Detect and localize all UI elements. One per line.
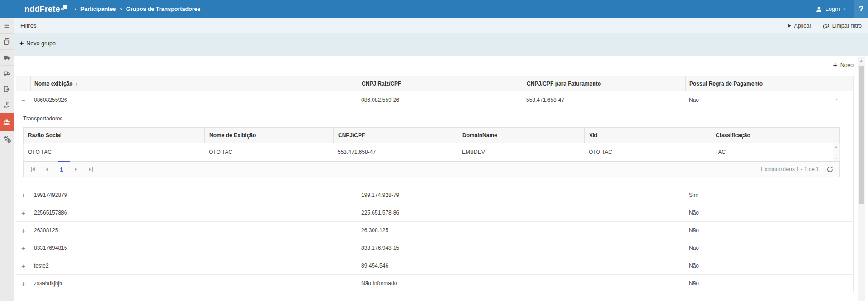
cell-nome-exibicao: teste2 — [30, 263, 358, 269]
scroll-down-icon[interactable]: ▼ — [835, 157, 838, 160]
breadcrumb-chevron-icon: › — [120, 5, 122, 12]
expand-icon[interactable]: + — [16, 192, 30, 199]
apply-filter-button[interactable]: Aplicar — [788, 23, 811, 29]
subcell-classificacao: TAC — [711, 149, 833, 155]
help-icon: ? — [859, 5, 863, 14]
app-root: nddFrete › Participantes › Grupos de Tra… — [0, 0, 868, 301]
subcell-domainname: EMBDEV — [458, 149, 584, 155]
table-row[interactable]: + zssahdkjhjh Não Informado Não — [16, 275, 853, 292]
table-row[interactable]: + teste2 89.454.546 Não — [16, 257, 853, 275]
sidebar-item-truck[interactable] — [0, 50, 14, 66]
hamburger-menu-icon — [3, 22, 11, 30]
cell-cnpj-raiz: 086.082.559-26 — [358, 97, 523, 103]
vertical-scrollbar[interactable]: ▲ — [858, 57, 865, 301]
subcolumn-label: DomainName — [462, 132, 497, 139]
table-row[interactable]: + 22565157886 225.651.578-86 Não — [16, 204, 853, 222]
sidebar-item-document-export[interactable] — [0, 81, 14, 97]
cell-nome-exibicao: 26308125 — [30, 227, 358, 234]
sidebar-item-menu[interactable] — [0, 18, 14, 34]
table-row[interactable]: − 08608255926 086.082.559-26 553.471.658… — [16, 91, 853, 109]
cell-cnpj-faturamento: 553.471.658-47 — [523, 97, 685, 103]
topbar-right: Login ∨ ? — [807, 0, 868, 18]
sidebar-item-documents[interactable] — [0, 34, 14, 50]
grid-scroll-up-icon[interactable]: ▲ — [833, 97, 840, 101]
login-label: Login — [826, 5, 840, 12]
selected-page-indicator — [58, 161, 70, 162]
subcell-nome-exibicao: OTO TAC — [204, 149, 333, 155]
expand-icon[interactable]: + — [16, 227, 30, 234]
expand-icon[interactable]: + — [16, 280, 30, 287]
subcolumn-classificacao[interactable]: Classificação — [711, 128, 833, 143]
help-button[interactable]: ? — [854, 0, 868, 18]
play-icon — [788, 24, 791, 28]
pager-status: Exibindo itens 1 - 1 de 1 — [761, 166, 839, 173]
plus-icon: + — [833, 62, 837, 68]
expand-icon[interactable]: + — [16, 210, 30, 216]
ndd-logo-mark-icon — [61, 5, 68, 12]
subcolumn-label: Classificação — [716, 132, 750, 139]
chevron-down-icon: ∨ — [843, 7, 846, 11]
document-export-icon — [3, 85, 11, 93]
sidebar-item-payment[interactable] — [0, 97, 14, 113]
subgrid-row[interactable]: OTO TAC OTO TAC 553.471.658-47 EMBDEV OT… — [24, 143, 833, 161]
expand-icon[interactable]: + — [16, 245, 30, 252]
column-header-cnpj-raiz[interactable]: CNPJ Raiz/CPF — [358, 76, 523, 91]
refresh-icon[interactable] — [826, 166, 834, 173]
apply-filter-label: Aplicar — [794, 23, 811, 29]
filters-title: Filtros — [20, 22, 36, 29]
subcell-xid: OTO TAC — [584, 149, 711, 155]
cell-cnpj-raiz: 199.174.928-79 — [358, 192, 523, 198]
subcolumn-nome-exibicao[interactable]: Nome de Exibição — [204, 128, 333, 143]
sidebar-item-truck-delivery[interactable] — [0, 66, 14, 81]
column-header-possui-regra[interactable]: Possui Regra de Pagamento — [685, 76, 853, 91]
clear-filter-button[interactable]: Limpar filtro — [822, 23, 862, 29]
page-number[interactable]: 1 — [54, 166, 69, 173]
login-button[interactable]: Login ∨ — [807, 0, 854, 18]
cell-nome-exibicao: 19917492879 — [30, 192, 358, 198]
subcell-cnpj-cpf: 553.471.658-47 — [333, 149, 458, 155]
delivery-truck-icon — [3, 69, 11, 77]
column-header-label: Nome exibição — [34, 81, 73, 87]
subcolumn-cnpj-cpf[interactable]: CNPJ/CPF — [333, 128, 458, 143]
top-bar: nddFrete › Participantes › Grupos de Tra… — [0, 0, 868, 18]
scroll-up-icon[interactable]: ▲ — [835, 145, 838, 148]
subcolumn-xid[interactable]: Xid — [584, 128, 711, 143]
subgrid-pager: 1 Exibindo itens 1 - 1 de 1 — [23, 161, 840, 177]
table-row[interactable]: + 26308125 26.308.125 Não — [16, 222, 853, 239]
expand-icon[interactable]: + — [16, 263, 30, 269]
app-logo[interactable]: nddFrete — [24, 5, 68, 14]
column-header-cnpj-faturamento[interactable]: CNPJ/CPF para Faturamento — [523, 76, 685, 91]
cell-possui-regra: Não — [685, 280, 853, 287]
subcolumn-razao-social[interactable]: Razão Social — [24, 128, 204, 143]
breadcrumb-chevron-icon: › — [75, 5, 76, 12]
subcolumn-domainname[interactable]: DomainName — [458, 128, 584, 143]
cell-possui-regra: Sim — [685, 192, 853, 198]
pager-status-text: Exibindo itens 1 - 1 de 1 — [761, 166, 819, 172]
truck-icon — [3, 53, 11, 62]
new-group-label: Novo grupo — [26, 40, 56, 47]
new-button[interactable]: + Novo — [833, 62, 854, 68]
table-row[interactable]: + 83317694815 833.176.948-15 Não — [16, 239, 853, 257]
scroll-up-icon[interactable]: ▲ — [858, 59, 865, 63]
cell-possui-regra: Não — [685, 210, 853, 216]
breadcrumb-item-participantes[interactable]: Participantes — [80, 6, 116, 12]
collapse-icon[interactable]: − — [16, 97, 30, 104]
money-hand-icon — [3, 101, 11, 109]
subcolumn-label: Razão Social — [28, 132, 61, 139]
breadcrumb: › Participantes › Grupos de Transportado… — [75, 5, 201, 12]
column-header-nome-exibicao[interactable]: Nome exibição ↑ — [30, 76, 358, 91]
previous-page-button[interactable] — [40, 162, 54, 177]
first-page-button[interactable] — [25, 162, 40, 177]
table-row[interactable]: + 19917492879 199.174.928-79 Sim — [16, 186, 853, 204]
sidebar-item-settings[interactable] — [0, 131, 14, 147]
main-content: + Novo Nome exibição ↑ CNPJ Raiz/CPF CNP… — [14, 56, 868, 301]
last-page-button[interactable] — [83, 162, 98, 177]
breadcrumb-item-grupos[interactable]: Grupos de Transportadores — [126, 6, 201, 12]
sidebar-item-carrier-groups[interactable] — [0, 113, 14, 131]
filter-actions: Aplicar Limpar filtro — [788, 23, 862, 29]
column-header-label: CNPJ/CPF para Faturamento — [527, 81, 601, 87]
subgrid-scrollbar[interactable]: ▲ ▼ — [833, 143, 839, 161]
scrollbar-thumb[interactable] — [859, 66, 864, 204]
next-page-button[interactable] — [69, 162, 83, 177]
new-group-button[interactable]: + Novo grupo — [19, 40, 56, 47]
